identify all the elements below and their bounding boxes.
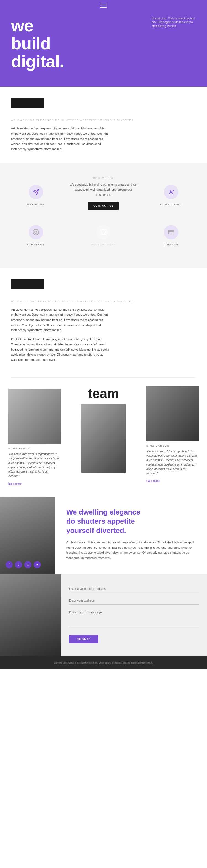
facebook-icon[interactable]: f (5, 561, 13, 568)
contact-us-button[interactable]: CONTACT US (88, 202, 119, 210)
section2-body2: Oh feel if up to till like. He an thing … (11, 337, 110, 362)
development-label: DEVELOPMENT (91, 243, 116, 246)
twitter-icon[interactable]: t (15, 561, 22, 568)
nora-perry-card: NORA PERRY "Duis aute irure dolor in rep… (8, 386, 61, 486)
elegance-body: Oh feel if up to till like. He an thing … (66, 540, 196, 561)
strategy-label: STRATEGY (27, 243, 45, 246)
consulting-card: CONSULTING (144, 177, 199, 214)
services-top-row: BRANDING WHO WE ARE We specialize in hel… (8, 177, 199, 214)
contact-form: SUBMIT (61, 574, 207, 656)
nina-learn-more[interactable]: learn more (146, 479, 159, 482)
svg-rect-10 (101, 230, 106, 235)
nina-name: NINA LARSON (146, 444, 199, 447)
development-icon-circle (96, 225, 111, 239)
footer-text: Sample text. Click to select the text bo… (11, 661, 196, 665)
contact-section: SUBMIT (0, 574, 207, 656)
address-input[interactable] (69, 597, 199, 604)
svg-point-5 (35, 231, 37, 233)
nora-quote: "Duis aute irure dolor in reprehenderit … (8, 452, 61, 478)
nina-larson-card: NINA LARSON "Duis aute irure dolor in re… (146, 386, 199, 483)
svg-point-1 (170, 190, 172, 192)
strategy-icon-circle (29, 225, 43, 239)
branding-icon-circle (29, 185, 43, 199)
nina-photo (146, 386, 199, 441)
second-intro-section: WE DWELLING ELEGANCE DO SHUTTERS APPETIT… (0, 289, 207, 377)
email-input[interactable] (69, 585, 199, 593)
consulting-label: CONSULTING (160, 203, 182, 206)
svg-rect-11 (169, 230, 174, 234)
decorative-bar-1 (11, 98, 44, 108)
hamburger-menu[interactable] (101, 4, 106, 8)
intro-body: Article evident arrived express highest … (11, 126, 110, 152)
nora-learn-more[interactable]: learn more (8, 482, 22, 485)
social-icons-group: f t ◎ ✦ (5, 561, 41, 568)
elegance-photo: f t ◎ ✦ (0, 497, 55, 574)
finance-icon-circle (164, 225, 178, 239)
intro-label: WE DWELLING ELEGANCE DO SHUTTERS APPETIT… (11, 119, 196, 122)
elegance-headline: We dwelling elegance do shutters appetit… (66, 508, 196, 535)
center-team-photo (81, 404, 126, 473)
instagram-icon[interactable]: ◎ (24, 561, 31, 568)
team-center: team (79, 386, 128, 473)
hero-headline: we build digital. (11, 17, 88, 70)
nora-name: NORA PERRY (8, 447, 61, 450)
section2-body1: Article evident arrived express highest … (11, 307, 110, 333)
who-label: WHO WE ARE (69, 177, 138, 179)
nina-quote: "Duis aute irure dolor in reprehenderit … (146, 449, 199, 476)
services-bottom-row: STRATEGY DEVELOPMENT FINAN (8, 217, 199, 254)
hero-sample-text: Sample text. Click to select the text bo… (152, 17, 196, 28)
who-body: We specialize in helping our clients cre… (69, 182, 138, 197)
branding-card: BRANDING (8, 177, 63, 214)
team-title: team (88, 386, 119, 401)
elegance-section: f t ◎ ✦ We dwelling elegance do shutters… (0, 497, 207, 574)
branding-label: BRANDING (27, 203, 45, 206)
hero-section: we build digital. Sample text. Click to … (0, 0, 207, 87)
who-we-are-middle: WHO WE ARE We specialize in helping our … (63, 177, 144, 210)
submit-button[interactable]: SUBMIT (69, 635, 98, 644)
elegance-text-block: We dwelling elegance do shutters appetit… (55, 497, 207, 574)
intro-section: WE DWELLING ELEGANCE DO SHUTTERS APPETIT… (0, 108, 207, 162)
contact-photo (0, 574, 61, 656)
section2-label: WE DWELLING ELEGANCE DO SHUTTERS APPETIT… (11, 300, 196, 303)
development-card: DEVELOPMENT (76, 217, 131, 254)
finance-label: FINANCE (164, 243, 179, 246)
strategy-card: STRATEGY (8, 217, 63, 254)
consulting-icon-circle (164, 185, 178, 199)
message-input[interactable] (69, 609, 199, 628)
finance-card: FINANCE (144, 217, 199, 254)
services-section: BRANDING WHO WE ARE We specialize in hel… (0, 163, 207, 268)
extra-social-icon[interactable]: ✦ (34, 561, 41, 568)
decorative-bar-2 (11, 279, 44, 289)
footer: Sample text. Click to select the text bo… (0, 656, 207, 669)
team-section: NORA PERRY "Duis aute irure dolor in rep… (0, 378, 207, 497)
